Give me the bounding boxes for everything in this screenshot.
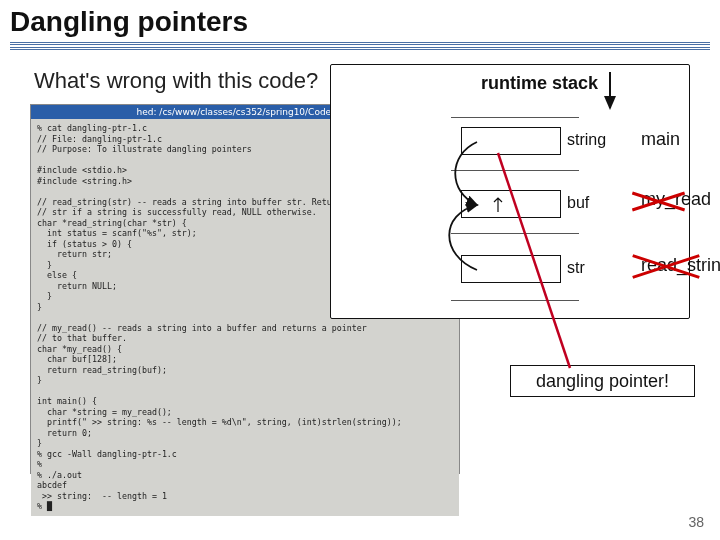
- page-number: 38: [688, 514, 704, 530]
- stack-divider: [451, 170, 579, 171]
- runtime-stack-diagram: runtime stack string main buf my_read st…: [330, 64, 690, 319]
- stack-cell-buf: [461, 190, 561, 218]
- cross-out-icon: [631, 190, 686, 210]
- page-title: Dangling pointers: [10, 6, 248, 38]
- var-label: string: [567, 131, 606, 149]
- slide: Dangling pointers What's wrong with this…: [0, 0, 720, 540]
- stack-cell-str: [461, 255, 561, 283]
- var-label: buf: [567, 194, 589, 212]
- cross-out-icon: [631, 255, 701, 275]
- dangling-pointer-callout: dangling pointer!: [510, 365, 695, 397]
- frame-label: main: [641, 129, 680, 150]
- diagram-title: runtime stack: [481, 73, 598, 94]
- var-label: str: [567, 259, 585, 277]
- subtitle: What's wrong with this code?: [34, 68, 318, 94]
- stack-divider: [451, 233, 579, 234]
- stack-cell-string: [461, 127, 561, 155]
- divider: [10, 47, 710, 50]
- divider: [10, 42, 710, 45]
- stack-divider: [451, 117, 579, 118]
- stack-divider: [451, 300, 579, 301]
